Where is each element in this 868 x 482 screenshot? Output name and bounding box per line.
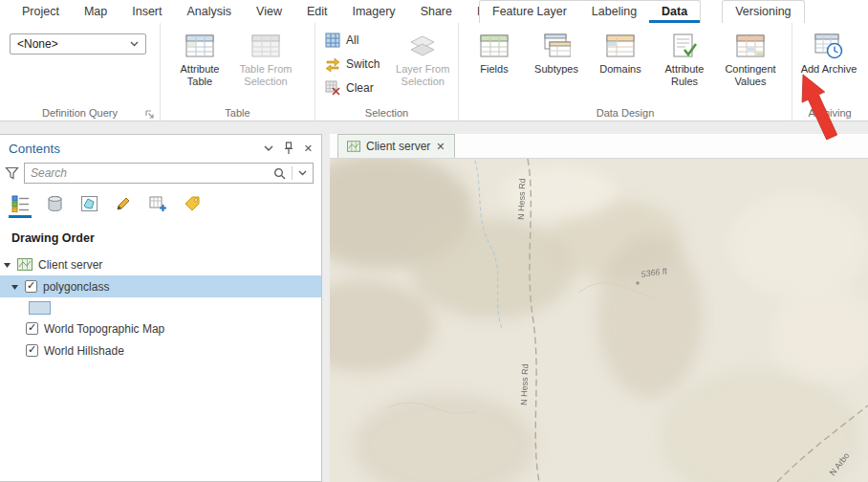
labeling-tag-icon[interactable] xyxy=(181,193,204,218)
tab-labeling[interactable]: Labeling xyxy=(579,1,649,23)
map-icon xyxy=(347,141,360,152)
fields-button[interactable]: Fields xyxy=(467,28,522,87)
search-options-chevron-icon[interactable] xyxy=(298,170,307,176)
attribute-rules-icon xyxy=(670,30,699,62)
polygon-symbol-swatch[interactable] xyxy=(29,301,51,315)
menu-share[interactable]: Share xyxy=(408,5,465,18)
pin-icon[interactable] xyxy=(284,142,293,155)
contingent-values-icon xyxy=(736,30,765,62)
switch-selection-button[interactable]: Switch xyxy=(325,55,391,74)
menu-insert[interactable]: Insert xyxy=(119,5,174,18)
select-all-button[interactable]: All xyxy=(325,31,391,50)
contents-title: Contents xyxy=(9,142,253,156)
map-canvas[interactable]: N Hess Rd 5366 ft N Hess Rd N Arbo xyxy=(330,159,868,482)
contents-close-icon[interactable] xyxy=(304,142,313,155)
tree-item-basemap[interactable]: World Topographic Map xyxy=(0,318,321,340)
subtypes-icon xyxy=(542,30,571,62)
contents-search-row xyxy=(0,162,321,187)
group-definition-query: <None> Definition Query xyxy=(0,23,161,120)
tree-item-polygonclass[interactable]: polygonclass xyxy=(0,275,321,297)
tree-item-hillshade[interactable]: World Hillshade xyxy=(0,340,321,362)
group-data-design: Fields Subtypes Domains xyxy=(459,23,792,120)
tree-item-map[interactable]: Client server xyxy=(0,253,321,275)
table-from-selection-button[interactable]: Table From Selection xyxy=(236,28,295,87)
search-icon[interactable] xyxy=(273,167,286,180)
ribbon: <None> Definition Query Attribute Table xyxy=(0,23,868,121)
attribute-rules-button[interactable]: Attribute Rules xyxy=(655,28,714,87)
attribute-table-icon xyxy=(185,30,214,62)
tab-versioning[interactable]: Versioning xyxy=(723,1,803,23)
group-table: Attribute Table Table From Selection Tab… xyxy=(161,23,315,120)
layer-visibility-checkbox[interactable] xyxy=(26,344,38,357)
map-icon xyxy=(17,258,33,271)
menu-analysis[interactable]: Analysis xyxy=(175,5,245,18)
map-name-label: Client server xyxy=(38,258,102,272)
domains-button[interactable]: Domains xyxy=(591,28,650,87)
domains-icon xyxy=(606,30,635,62)
list-by-selection-icon[interactable] xyxy=(77,193,100,218)
add-archive-button[interactable]: Add Archive xyxy=(800,28,857,76)
layer-visibility-checkbox[interactable] xyxy=(26,322,38,335)
menu-map[interactable]: Map xyxy=(72,5,119,18)
data-design-group-label: Data Design xyxy=(459,107,792,119)
clear-selection-icon xyxy=(325,80,340,96)
definition-query-value: <None> xyxy=(17,37,58,51)
contents-header: Contents xyxy=(0,135,321,162)
new-layer-grid-icon[interactable] xyxy=(146,193,169,218)
select-all-icon xyxy=(325,33,340,48)
versioning-tab-group: Versioning xyxy=(722,0,804,23)
layer-name-label: World Topographic Map xyxy=(44,322,164,336)
contents-pane: Contents xyxy=(0,134,322,482)
filter-icon[interactable] xyxy=(5,166,19,180)
contingent-values-button[interactable]: Contingent Values xyxy=(719,28,782,87)
tab-data[interactable]: Data xyxy=(649,1,700,23)
menu-bar: Project Map Insert Analysis View Edit Im… xyxy=(0,0,514,23)
subtypes-button[interactable]: Subtypes xyxy=(527,28,586,87)
drawing-order-heading: Drawing Order xyxy=(0,218,321,253)
group-archiving: Add Archive Archiving xyxy=(792,23,867,120)
layer-from-selection-button[interactable]: Layer From Selection xyxy=(391,28,454,98)
view-tab-strip: Client server xyxy=(330,134,868,159)
dialog-launcher-icon[interactable] xyxy=(143,106,155,118)
search-box xyxy=(24,163,314,184)
spot-elevation-marker xyxy=(636,281,639,284)
layer-name-label: polygonclass xyxy=(43,280,109,294)
group-selection: All Switch Clear Layer From Sele xyxy=(315,23,459,120)
map-view-tab[interactable]: Client server xyxy=(337,134,455,158)
layer-name-label: World Hillshade xyxy=(44,344,124,358)
arcgis-pro-window: Project Map Insert Analysis View Edit Im… xyxy=(0,0,868,482)
contents-menu-chevron-icon[interactable] xyxy=(264,145,273,151)
layer-from-selection-icon xyxy=(408,30,437,62)
menu-view[interactable]: View xyxy=(244,5,294,18)
switch-selection-icon xyxy=(325,56,340,72)
attribute-table-button[interactable]: Attribute Table xyxy=(170,28,229,87)
layer-visibility-checkbox[interactable] xyxy=(25,280,37,293)
map-tab-label: Client server xyxy=(366,140,430,153)
close-tab-icon[interactable] xyxy=(436,140,445,153)
definition-query-dropdown[interactable]: <None> xyxy=(10,33,146,55)
list-by-data-source-icon[interactable] xyxy=(43,193,66,218)
contents-toolbar xyxy=(0,187,321,218)
tree-item-symbol[interactable] xyxy=(0,297,321,318)
chevron-down-icon xyxy=(130,41,139,47)
archiving-group-label: Archiving xyxy=(792,107,867,119)
map-view-panel: Client server xyxy=(330,134,868,482)
search-divider xyxy=(292,166,293,180)
table-from-selection-icon xyxy=(251,30,280,62)
fields-icon xyxy=(480,30,509,62)
search-input[interactable] xyxy=(31,166,268,180)
table-group-label: Table xyxy=(161,107,315,119)
tab-feature-layer[interactable]: Feature Layer xyxy=(480,1,579,23)
list-by-drawing-order-icon[interactable] xyxy=(9,193,32,218)
expand-triangle-icon[interactable] xyxy=(3,260,11,269)
feature-layer-tab-group: Feature Layer Labeling Data xyxy=(479,0,701,23)
expand-triangle-icon[interactable] xyxy=(11,282,19,291)
selection-group-label: Selection xyxy=(315,107,458,119)
menu-imagery[interactable]: Imagery xyxy=(339,5,407,18)
add-archive-icon xyxy=(814,30,843,62)
clear-selection-button[interactable]: Clear xyxy=(325,78,391,98)
road-label-bottom: N Hess Rd xyxy=(519,363,531,405)
list-by-editing-icon[interactable] xyxy=(112,193,135,218)
menu-edit[interactable]: Edit xyxy=(294,5,340,18)
menu-project[interactable]: Project xyxy=(10,5,72,18)
